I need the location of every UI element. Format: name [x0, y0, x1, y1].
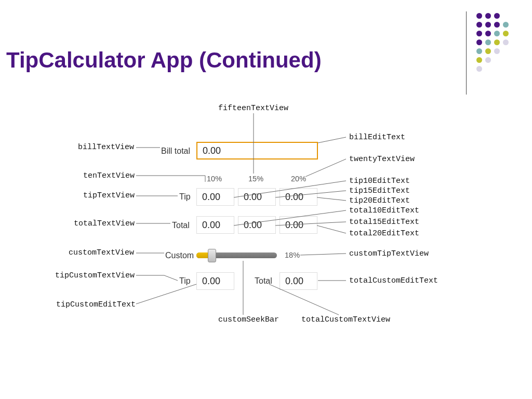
total15-value: 0.00	[244, 220, 262, 231]
custom-pct-label: 18%	[285, 251, 300, 259]
total-custom-edit-text[interactable]: 0.00	[280, 272, 317, 290]
tip10-edit-text[interactable]: 0.00	[196, 188, 234, 206]
svg-line-13	[305, 159, 346, 177]
fifteen-pct-label: 15%	[248, 175, 263, 183]
total15-edit-text[interactable]: 0.00	[238, 216, 276, 234]
callout-totalTextView: totalTextView	[74, 219, 135, 228]
tip-row-label: Tip	[179, 192, 191, 202]
callout-totalCustomEditText: totalCustomEditText	[349, 276, 438, 285]
bill-edit-text[interactable]: 0.00	[196, 142, 318, 159]
callout-customTipTextView: customTipTextView	[349, 249, 429, 258]
tip15-value: 0.00	[244, 192, 262, 203]
total10-value: 0.00	[202, 220, 220, 231]
svg-line-12	[318, 137, 346, 143]
callout-total10EditText: total10EditText	[349, 206, 419, 215]
callout-totalCustomTextView: totalCustomTextView	[301, 315, 390, 324]
ten-pct-label: 10%	[207, 175, 222, 183]
callout-billTextView: billTextView	[78, 143, 134, 152]
tip-custom-edit-text[interactable]: 0.00	[196, 272, 234, 290]
callout-tip15EditText: tip15EditText	[349, 187, 410, 195]
callout-tenTextView: tenTextView	[83, 171, 135, 180]
callout-tip20EditText: tip20EditText	[349, 196, 410, 205]
twenty-pct-label: 20%	[291, 175, 306, 183]
callout-fifteenTextView: fifteenTextView	[218, 104, 288, 113]
callout-total20EditText: total20EditText	[349, 229, 419, 238]
ui-annotation-diagram: 0.00 0.00 0.00 0.00 0.00 0.00 0.00 0.00 …	[62, 104, 468, 364]
total10-edit-text[interactable]: 0.00	[196, 216, 234, 234]
total-custom-label: Total	[255, 276, 272, 286]
svg-line-16	[317, 197, 346, 201]
callout-customSeekBar: customSeekBar	[218, 315, 279, 324]
callout-customTextView: customTextView	[69, 248, 134, 257]
callout-tipCustomTextView: tipCustomTextView	[55, 271, 135, 280]
tip15-edit-text[interactable]: 0.00	[238, 188, 276, 206]
header-divider	[466, 11, 467, 95]
custom-row-label: Custom	[165, 251, 194, 260]
total20-value: 0.00	[285, 220, 303, 231]
tip-custom-value: 0.00	[202, 276, 220, 287]
callout-billEditText: billEditText	[349, 133, 405, 142]
callout-twentyTextView: twentyTextView	[349, 155, 415, 164]
svg-line-8	[164, 275, 178, 281]
callout-total15EditText: total15EditText	[349, 218, 419, 227]
tip20-edit-text[interactable]: 0.00	[280, 188, 317, 206]
total-row-label: Total	[172, 221, 190, 230]
total-custom-value: 0.00	[285, 276, 303, 287]
callout-tipCustomEditText: tipCustomEditText	[56, 300, 136, 309]
tip10-value: 0.00	[202, 192, 220, 203]
tip-custom-label: Tip	[179, 276, 191, 286]
tip20-value: 0.00	[285, 192, 303, 203]
callout-tipTextView: tipTextView	[83, 191, 135, 200]
total20-edit-text[interactable]: 0.00	[280, 216, 317, 234]
slide-title: TipCalculator App (Continued)	[6, 48, 322, 73]
svg-line-20	[300, 254, 346, 255]
bill-total-label: Bill total	[161, 147, 190, 156]
custom-seek-bar[interactable]	[196, 250, 277, 260]
svg-line-19	[317, 225, 346, 233]
callout-tip10EditText: tip10EditText	[349, 177, 410, 185]
bill-value: 0.00	[203, 145, 221, 156]
svg-line-9	[136, 284, 196, 304]
decorative-dot-grid	[475, 11, 510, 73]
